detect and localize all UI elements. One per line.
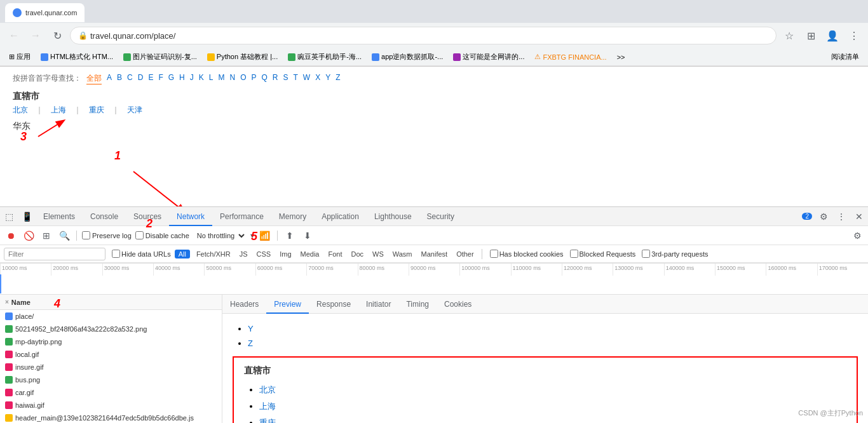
pinyin-a[interactable]: A — [107, 73, 112, 84]
filter-input[interactable] — [4, 248, 105, 260]
pinyin-g[interactable]: G — [168, 73, 174, 84]
pinyin-s[interactable]: S — [283, 73, 288, 84]
third-party-requests-checkbox[interactable] — [642, 250, 650, 258]
pinyin-o[interactable]: O — [240, 73, 246, 84]
filter-css[interactable]: CSS — [254, 250, 274, 258]
pinyin-j[interactable]: J — [190, 73, 194, 84]
city-chongqing[interactable]: 重庆 — [89, 105, 104, 116]
bookmark-7[interactable]: ⚠ FXBTG FINANCIA... — [531, 51, 610, 62]
hide-data-urls-label[interactable]: Hide data URLs — [112, 250, 171, 258]
pinyin-z[interactable]: Z — [336, 73, 340, 84]
inspect-element-button[interactable]: ⬚ — [0, 208, 18, 225]
preview-tab-initiator[interactable]: Initiator — [358, 295, 398, 314]
close-panel-button[interactable]: × — [5, 299, 9, 306]
browser-tab[interactable]: travel.qunar.com — [5, 3, 85, 22]
blocked-requests-checkbox[interactable] — [570, 250, 578, 258]
disable-cache-checkbox[interactable] — [135, 231, 144, 239]
export-button[interactable]: ⬆ — [283, 229, 297, 243]
bookmark-4[interactable]: 豌豆英手机助手-海... — [284, 51, 365, 63]
pinyin-q[interactable]: Q — [261, 73, 267, 84]
filter-doc[interactable]: Doc — [348, 250, 366, 258]
has-blocked-cookies-checkbox[interactable] — [490, 250, 498, 258]
preview-tab-cookies[interactable]: Cookies — [437, 295, 479, 314]
settings-button[interactable]: ⚙ — [815, 208, 832, 225]
preview-link-shanghai[interactable]: 上海 — [259, 401, 276, 411]
pinyin-m[interactable]: M — [218, 73, 224, 84]
preserve-log-checkbox[interactable] — [82, 231, 90, 239]
file-item-insure[interactable]: insure.gif — [0, 361, 222, 373]
preview-link-beijing[interactable]: 北京 — [259, 385, 276, 394]
preview-tab-timing[interactable]: Timing — [398, 295, 437, 314]
pinyin-l[interactable]: L — [209, 73, 214, 84]
record-button[interactable]: ⏺ — [4, 229, 18, 243]
device-toolbar-button[interactable]: 📱 — [18, 208, 36, 225]
has-blocked-cookies-label[interactable]: Has blocked cookies — [490, 250, 564, 258]
pinyin-c[interactable]: C — [127, 73, 133, 84]
file-item-car[interactable]: car.gif — [0, 386, 222, 399]
city-tianjin[interactable]: 天津 — [127, 105, 142, 116]
preview-link-chongqing[interactable]: 重庆 — [259, 418, 276, 423]
bookmark-3[interactable]: Python 基础教程 |... — [203, 51, 281, 63]
preview-tab-preview[interactable]: Preview — [266, 295, 309, 314]
import-button[interactable]: ⬇ — [301, 229, 315, 243]
file-item-haiwai[interactable]: haiwai.gif — [0, 399, 222, 412]
filter-js[interactable]: JS — [237, 250, 250, 258]
back-button[interactable]: ← — [5, 27, 23, 44]
pinyin-quanbu[interactable]: 全部 — [86, 73, 102, 84]
pinyin-f[interactable]: F — [158, 73, 163, 84]
filter-manifest[interactable]: Manifest — [419, 250, 451, 258]
extension-button[interactable]: ⊞ — [802, 27, 820, 44]
tab-memory[interactable]: Memory — [271, 207, 314, 226]
pinyin-r[interactable]: R — [273, 73, 278, 84]
pinyin-k[interactable]: K — [199, 73, 204, 84]
preview-tab-response[interactable]: Response — [309, 295, 358, 314]
file-item-place[interactable]: place/ — [0, 310, 222, 323]
close-devtools-button[interactable]: ✕ — [850, 208, 868, 225]
file-item-bus[interactable]: bus.png — [0, 373, 222, 386]
bookmark-more[interactable]: >> — [613, 52, 629, 62]
tab-elements[interactable]: Elements — [36, 207, 83, 226]
reload-button[interactable]: ↻ — [48, 27, 66, 44]
preserve-log-label[interactable]: Preserve log — [82, 231, 132, 239]
tab-security[interactable]: Security — [419, 207, 462, 226]
pinyin-x[interactable]: X — [315, 73, 320, 84]
bookmark-apps[interactable]: ⊞ 应用 — [5, 51, 34, 63]
tab-console[interactable]: Console — [83, 207, 126, 226]
bookmark-reader[interactable]: 阅读清单 — [827, 51, 863, 63]
disable-cache-label[interactable]: Disable cache — [135, 231, 189, 239]
file-item-mpdaytrip[interactable]: mp-daytrip.png — [0, 335, 222, 348]
link-y[interactable]: Y — [248, 324, 254, 333]
forward-button[interactable]: → — [27, 27, 44, 44]
pinyin-h[interactable]: H — [179, 73, 185, 84]
link-z[interactable]: Z — [248, 339, 253, 348]
city-beijing[interactable]: 北京 — [13, 105, 28, 116]
hide-data-urls-checkbox[interactable] — [112, 250, 120, 258]
tab-application[interactable]: Application — [314, 207, 367, 226]
tab-performance[interactable]: Performance — [212, 207, 271, 226]
pinyin-n[interactable]: N — [229, 73, 235, 84]
search-button[interactable]: 🔍 — [57, 229, 71, 243]
filter-media[interactable]: Media — [298, 250, 322, 258]
preview-tab-headers[interactable]: Headers — [222, 295, 266, 314]
address-bar[interactable]: 🔒 travel.qunar.com/place/ — [70, 27, 776, 44]
more-options-button[interactable]: ⋮ — [832, 208, 850, 225]
menu-button[interactable]: ⋮ — [845, 27, 863, 44]
filter-fetch-xhr[interactable]: Fetch/XHR — [194, 250, 233, 258]
third-party-requests-label[interactable]: 3rd-party requests — [642, 250, 708, 258]
city-shanghai[interactable]: 上海 — [51, 105, 66, 116]
pinyin-p[interactable]: P — [251, 73, 256, 84]
network-settings-button[interactable]: ⚙ — [850, 229, 864, 243]
filter-all-chip[interactable]: All — [175, 250, 190, 258]
bookmark-6[interactable]: 这可能是全网讲的... — [449, 51, 528, 63]
filter-toggle-button[interactable]: ⊞ — [39, 229, 53, 243]
file-item-png1[interactable]: 50214952_bf248f06af43a222c82a532.png — [0, 323, 222, 335]
pinyin-w[interactable]: W — [303, 73, 310, 84]
pinyin-b[interactable]: B — [117, 73, 122, 84]
file-item-headermain[interactable]: header_main@139e1023821644d7edc5db9b5dc6… — [0, 412, 222, 423]
pinyin-d[interactable]: D — [138, 73, 144, 84]
filter-font[interactable]: Font — [325, 250, 344, 258]
throttle-select[interactable]: No throttling Fast 3G Slow 3G Offline — [193, 231, 247, 241]
pinyin-y[interactable]: Y — [325, 73, 330, 84]
tab-network[interactable]: Network — [169, 207, 212, 226]
filter-img[interactable]: Img — [277, 250, 294, 258]
